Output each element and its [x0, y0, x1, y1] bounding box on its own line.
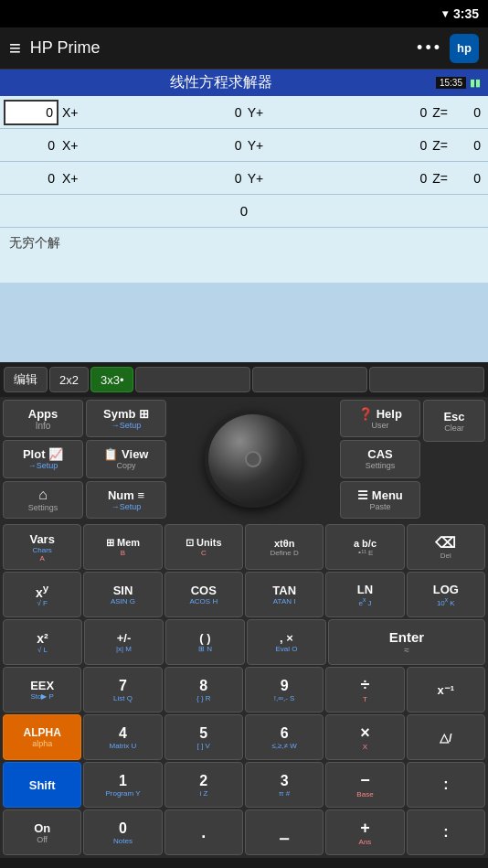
eq2-v3: 0	[267, 138, 429, 153]
keypad-row-0: Vars Chars A ⊞ Mem B ⊡ Units C xtθn Defi…	[3, 524, 485, 570]
log-key[interactable]: LOG 10x K	[407, 572, 485, 617]
home-icon: ⌂	[38, 487, 48, 503]
esc-clear-btn[interactable]: Esc Clear	[423, 400, 485, 442]
eq1-l2: Y+	[244, 105, 268, 120]
settings-btn[interactable]: ⌂ Settings	[3, 481, 83, 519]
eq2-v1: 0	[4, 138, 58, 153]
key-2[interactable]: 2 i Z	[164, 762, 243, 808]
nav-dial[interactable]	[205, 411, 302, 508]
key-0[interactable]: 0 Notes	[83, 809, 162, 855]
eq2-l2: Y+	[244, 138, 268, 153]
num-setup-btn[interactable]: Num ≡ →Setup	[86, 481, 166, 519]
key-4[interactable]: 4 Matrix U	[83, 714, 162, 760]
toolbar-3x3-btn[interactable]: 3x3•	[90, 367, 134, 392]
parens-key[interactable]: ( ) ⊞ N	[165, 619, 245, 665]
eq1-v3: 0	[267, 105, 429, 120]
line-key[interactable]: ⎯	[245, 809, 324, 855]
divide-key[interactable]: ÷ T	[325, 667, 404, 713]
symb-setup-btn[interactable]: Symb ⊞ →Setup	[86, 400, 166, 437]
view-sub-label: Copy	[116, 461, 135, 470]
keypad-row-4: ALPHA alpha 4 Matrix U 5 [ ] V 6 ≤,≥,≠ W…	[3, 714, 485, 760]
colon-key1[interactable]: :	[407, 762, 485, 808]
symb-sub-label: →Setup	[111, 421, 142, 430]
plot-sub-label: →Setup	[28, 461, 58, 470]
view-copy-btn[interactable]: 📋 View Copy	[86, 440, 166, 477]
eq1-v1[interactable]: 0	[4, 100, 58, 125]
key-7[interactable]: 7 List Q	[83, 667, 162, 713]
mem-key[interactable]: ⊞ Mem B	[83, 524, 162, 570]
shift-key[interactable]: Shift	[3, 762, 81, 808]
esc-main-label: Esc	[443, 410, 464, 423]
units-key[interactable]: ⊡ Units C	[164, 524, 243, 570]
key-1[interactable]: 1 Program Y	[83, 762, 162, 808]
eq2-l1: X+	[58, 138, 82, 153]
comma-key[interactable]: , × Eval O	[247, 619, 326, 665]
multiply-key[interactable]: × X	[325, 714, 404, 760]
cas-main-label: CAS	[367, 447, 392, 461]
calc-screen: 线性方程求解器 15:35 ▮▮ 0 X+ 0 Y+ 0 Z= 0 0 X+ 0…	[0, 70, 488, 362]
tan-key[interactable]: TAN ATAN I	[245, 572, 324, 617]
toolbar-btn5[interactable]	[252, 367, 367, 392]
decimal-key[interactable]: .	[164, 809, 243, 855]
toolbar-btn6[interactable]	[369, 367, 484, 392]
status-time: 3:35	[453, 6, 479, 21]
alpha-key[interactable]: ALPHA alpha	[3, 714, 81, 760]
wifi-icon: ▾	[442, 7, 448, 20]
ln-key[interactable]: LN ex J	[325, 572, 404, 617]
toolbar-edit-btn[interactable]: 编辑	[4, 367, 48, 392]
abc-key[interactable]: a b/c ∘¹¹ E	[325, 524, 404, 570]
key-5[interactable]: 5 [ ] V	[164, 714, 243, 760]
vars-key[interactable]: Vars Chars A	[3, 524, 81, 570]
eq3-l1: X+	[58, 171, 82, 186]
app-title: HP Prime	[30, 38, 417, 58]
eex-key[interactable]: EEX Sto▶ P	[3, 667, 81, 713]
plot-setup-btn[interactable]: Plot 📈 →Setup	[3, 440, 83, 477]
equation-row-2: 0 X+ 0 Y+ 0 Z= 0	[0, 129, 488, 162]
cos-key[interactable]: COS ACOS H	[164, 572, 243, 617]
infinity-text: 无穷个解	[0, 228, 488, 283]
x2-key[interactable]: x² √ L	[3, 619, 82, 665]
menu-main-label: ☰ Menu	[357, 488, 403, 502]
key-9[interactable]: 9 !,∞,- S	[245, 667, 324, 713]
keypad-row-6: On Off 0 Notes . ⎯ + Ans :	[3, 809, 485, 855]
overflow-dots-icon[interactable]: •••	[417, 38, 442, 58]
eq3-v1: 0	[4, 171, 58, 186]
menu-icon[interactable]: ≡	[9, 37, 21, 60]
plusminus-key[interactable]: +/- |x| M	[84, 619, 164, 665]
equation-row-3: 0 X+ 0 Y+ 0 Z= 0	[0, 162, 488, 195]
del-key[interactable]: ⌫ Del	[407, 524, 485, 570]
nav-bar: ≡ HP Prime ••• hp	[0, 27, 488, 70]
add-key[interactable]: + Ans	[325, 809, 404, 855]
power-key[interactable]: xy √ F	[3, 572, 81, 617]
eq1-r: 0	[451, 105, 488, 120]
menu-sub-label: Paste	[369, 502, 390, 511]
subtract-key[interactable]: − Base	[325, 762, 404, 808]
menu-paste-btn[interactable]: ☰ Menu Paste	[340, 481, 420, 519]
nav-circle-area	[169, 400, 337, 519]
apps-sub-label: Info	[36, 421, 51, 431]
key-8[interactable]: 8 { } R	[164, 667, 243, 713]
eq3-l2: Y+	[244, 171, 268, 186]
settings-sub-label: Settings	[28, 503, 58, 512]
toolbar-2x2-btn[interactable]: 2x2	[49, 367, 89, 392]
define-key[interactable]: xtθn Define D	[245, 524, 324, 570]
num-main-label: Num ≡	[108, 488, 144, 502]
toolbar-btn4[interactable]	[135, 367, 250, 392]
eq1-l3: Z=	[429, 105, 451, 120]
cas-settings-btn[interactable]: CAS Settings	[340, 440, 420, 477]
keypad-row-3: EEX Sto▶ P 7 List Q 8 { } R 9 !,∞,- S ÷ …	[3, 667, 485, 713]
key-6[interactable]: 6 ≤,≥,≠ W	[245, 714, 324, 760]
triangle-key[interactable]: △/	[407, 714, 485, 760]
result-row: 0	[0, 195, 488, 228]
apps-info-btn[interactable]: Apps Info	[3, 400, 83, 437]
screen-header: 线性方程求解器 15:35 ▮▮	[0, 70, 488, 96]
inverse-key[interactable]: x⁻¹	[407, 667, 485, 713]
help-user-btn[interactable]: ❓ Help User	[340, 400, 420, 437]
colon-key2[interactable]: :	[407, 809, 485, 855]
view-main-label: 📋 View	[103, 447, 148, 461]
key-3[interactable]: 3 π #	[245, 762, 324, 808]
on-off-key[interactable]: On Off	[3, 809, 81, 855]
sin-key[interactable]: SIN ASIN G	[83, 572, 162, 617]
hp-logo: hp	[450, 34, 479, 63]
enter-key[interactable]: Enter ≈	[328, 619, 485, 665]
